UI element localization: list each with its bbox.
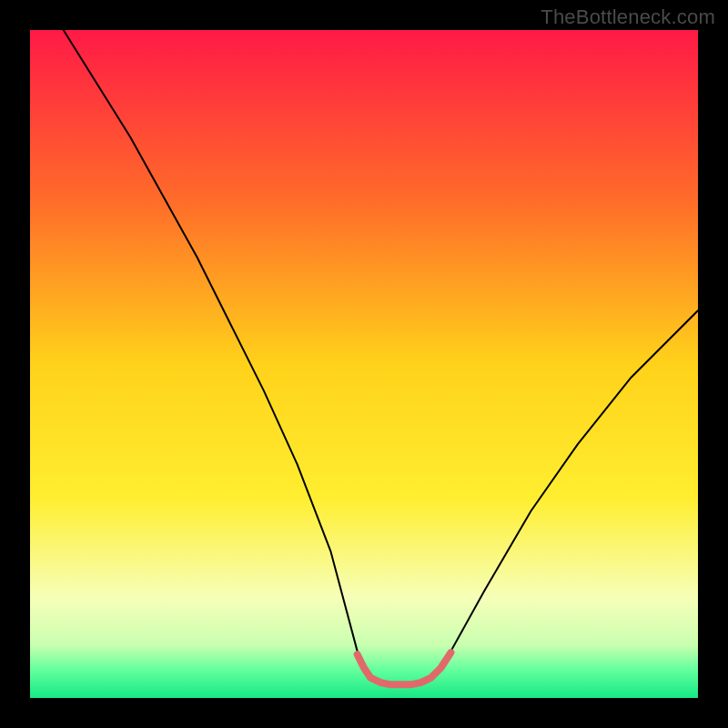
watermark-text: TheBottleneck.com	[541, 5, 715, 29]
chart-canvas	[0, 0, 728, 728]
plot-background	[30, 30, 698, 698]
chart-frame: TheBottleneck.com	[0, 0, 728, 728]
